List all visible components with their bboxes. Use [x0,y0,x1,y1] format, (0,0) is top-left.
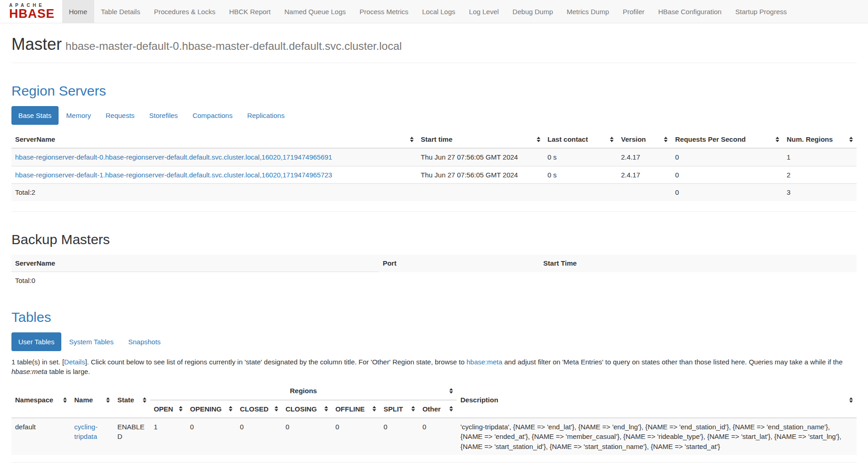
hbase-meta-link[interactable]: hbase:meta [466,358,502,366]
region-servers-header-row: ServerName Start time Last contact Versi… [11,131,857,148]
sort-icon [537,137,540,142]
col-version-header[interactable]: Version [617,131,671,148]
col-opening-header[interactable]: OPENING [186,400,236,418]
tab-requests[interactable]: Requests [99,106,141,125]
col-num-regions-header[interactable]: Num. Regions [783,131,857,148]
bm-col-start-time-header: Start Time [539,255,857,272]
rs0-num-regions: 1 [783,148,857,166]
table-row: default cycling-tripdata ENABLED 1 0 0 0… [11,418,857,455]
tab-replications[interactable]: Replications [240,106,291,125]
col-namespace-header[interactable]: Namespace [11,382,70,418]
region-servers-table: ServerName Start time Last contact Versi… [11,131,857,201]
nav-item-log-level[interactable]: Log Level [462,0,506,23]
table-name-link[interactable]: cycling-tripdata [74,423,97,440]
sort-icon [63,397,67,403]
rs0-version: 2.4.17 [617,148,671,166]
page-title: Masterhbase-master-default-0.hbase-maste… [11,35,857,54]
tab-storefiles[interactable]: Storefiles [142,106,185,125]
tables-tabs: User Tables System Tables Snapshots [11,332,857,351]
row-other-count[interactable]: 0 [419,418,457,455]
col-servername-header[interactable]: ServerName [11,131,417,148]
row-split-count[interactable]: 0 [380,418,419,455]
rs0-start-time: Thu Jun 27 07:56:05 GMT 2024 [417,148,544,166]
sort-icon [610,137,614,142]
hbase-logo[interactable]: APACHE HBASE [0,0,62,23]
regionserver-1-link[interactable]: hbase-regionserver-default-1.hbase-regio… [15,171,332,179]
sort-icon [229,406,232,411]
bottom-divider [11,462,857,463]
details-link[interactable]: Details [64,358,85,366]
logo-hbase-text: HBASE [9,8,55,20]
col-split-header[interactable]: SPLIT [380,400,419,418]
tab-memory[interactable]: Memory [59,106,98,125]
col-description-header[interactable]: Description [457,382,857,418]
col-regions-group-header[interactable]: Regions [150,382,457,400]
bm-col-port-header: Port [379,255,539,272]
rs1-version: 2.4.17 [617,166,671,183]
sort-icon [411,406,415,411]
nav-item-hbck-report[interactable]: HBCK Report [222,0,278,23]
navbar-menu: Home Table Details Procedures & Locks HB… [62,0,794,23]
sort-icon [179,406,183,411]
bm-total-label: Total:0 [11,272,379,289]
row-offline-count[interactable]: 0 [332,418,380,455]
nav-item-debug-dump[interactable]: Debug Dump [506,0,560,23]
rs-total-num-regions: 3 [783,184,857,201]
col-state-header[interactable]: State [113,382,150,418]
rs0-rps: 0 [671,148,783,166]
col-other-header[interactable]: Other [419,400,457,418]
row-closing-count[interactable]: 0 [282,418,332,455]
sort-icon [664,137,668,142]
rs1-rps: 0 [671,166,783,183]
row-opening-count[interactable]: 0 [186,418,236,455]
row-open-count[interactable]: 1 [150,418,186,455]
tab-base-stats[interactable]: Base Stats [11,106,59,125]
sort-icon [372,406,376,411]
tables-header-row-1: Namespace Name State Regions Description [11,382,857,400]
tab-compactions[interactable]: Compactions [186,106,240,125]
nav-item-profiler[interactable]: Profiler [616,0,652,23]
nav-item-metrics-dump[interactable]: Metrics Dump [560,0,616,23]
table-row: hbase-regionserver-default-0.hbase-regio… [11,148,857,166]
nav-item-home[interactable]: Home [62,0,94,23]
tab-user-tables[interactable]: User Tables [11,332,61,351]
tables-heading: Tables [11,310,857,325]
col-closing-header[interactable]: CLOSING [282,400,332,418]
bm-col-servername-header: ServerName [11,255,379,272]
col-last-contact-header[interactable]: Last contact [544,131,618,148]
row-description: 'cycling-tripdata', {NAME => 'end_lat'},… [457,418,857,455]
sort-icon [776,137,779,142]
backup-masters-table: ServerName Port Start Time Total:0 [11,255,857,289]
tab-snapshots[interactable]: Snapshots [121,332,167,351]
nav-item-table-details[interactable]: Table Details [94,0,147,23]
sort-icon [849,137,853,142]
col-offline-header[interactable]: OFFLINE [332,400,380,418]
nav-item-named-queue-logs[interactable]: Named Queue Logs [278,0,353,23]
nav-item-startup-progress[interactable]: Startup Progress [728,0,794,23]
rs1-num-regions: 2 [783,166,857,183]
user-tables-table: Namespace Name State Regions Description… [11,382,857,455]
section-divider [11,211,857,212]
sort-icon [449,406,453,411]
nav-item-process-metrics[interactable]: Process Metrics [353,0,415,23]
sort-icon [410,137,414,142]
nav-item-local-logs[interactable]: Local Logs [415,0,462,23]
col-open-header[interactable]: OPEN [150,400,186,418]
regionserver-0-link[interactable]: hbase-regionserver-default-0.hbase-regio… [15,153,332,161]
col-closed-header[interactable]: CLOSED [236,400,282,418]
nav-item-procedures-locks[interactable]: Procedures & Locks [147,0,222,23]
nav-item-hbase-configuration[interactable]: HBase Configuration [652,0,728,23]
rs1-last-contact: 0 s [544,166,618,183]
master-title: Master [11,35,62,53]
backup-masters-header-row: ServerName Port Start Time [11,255,857,272]
hbase-meta-italic: hbase:meta [11,368,47,375]
sort-icon [849,397,853,403]
row-closed-count[interactable]: 0 [236,418,282,455]
col-rps-header[interactable]: Requests Per Second [671,131,783,148]
tab-system-tables[interactable]: System Tables [62,332,120,351]
top-navbar: APACHE HBASE Home Table Details Procedur… [0,0,868,23]
sort-icon [143,397,146,403]
table-row: hbase-regionserver-default-1.hbase-regio… [11,166,857,183]
col-start-time-header[interactable]: Start time [417,131,544,148]
col-name-header[interactable]: Name [70,382,113,418]
